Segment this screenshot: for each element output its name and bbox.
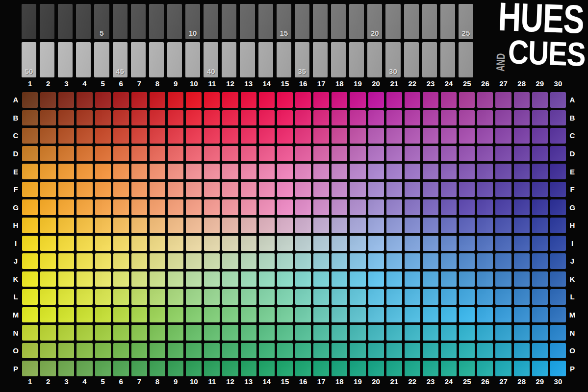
color-cell-K27[interactable] [495, 271, 511, 287]
color-cell-I18[interactable] [332, 236, 347, 251]
score-track-top-cell-23[interactable] [422, 4, 437, 39]
color-cell-H11[interactable] [204, 218, 220, 233]
color-cell-N23[interactable] [423, 325, 438, 341]
color-cell-H30[interactable] [550, 218, 566, 233]
color-cell-J17[interactable] [313, 253, 329, 269]
color-cell-M8[interactable] [150, 307, 165, 323]
color-cell-E11[interactable] [204, 164, 220, 179]
color-cell-N12[interactable] [222, 325, 238, 341]
color-cell-M4[interactable] [77, 307, 92, 323]
color-cell-D25[interactable] [459, 146, 475, 162]
color-cell-B5[interactable] [95, 110, 111, 126]
color-cell-L18[interactable] [332, 289, 347, 305]
color-cell-D16[interactable] [295, 146, 311, 162]
color-cell-I15[interactable] [277, 236, 293, 251]
color-cell-A22[interactable] [405, 92, 420, 108]
color-cell-A6[interactable] [113, 92, 129, 108]
color-cell-M17[interactable] [313, 307, 329, 323]
color-cell-E18[interactable] [332, 164, 347, 179]
color-cell-D29[interactable] [532, 146, 548, 162]
color-cell-B4[interactable] [77, 110, 92, 126]
color-cell-P23[interactable] [423, 361, 438, 376]
color-cell-C23[interactable] [423, 128, 438, 144]
color-cell-L16[interactable] [295, 289, 311, 305]
color-cell-O7[interactable] [131, 343, 147, 359]
color-cell-B20[interactable] [368, 110, 384, 126]
color-cell-D4[interactable] [77, 146, 92, 162]
color-cell-B17[interactable] [313, 110, 329, 126]
color-cell-P26[interactable] [477, 361, 493, 376]
color-cell-I6[interactable] [113, 236, 129, 251]
color-cell-F15[interactable] [277, 182, 293, 197]
score-track-top-cell-10[interactable]: 10 [185, 4, 200, 39]
color-cell-O1[interactable] [22, 343, 38, 359]
color-cell-F11[interactable] [204, 182, 220, 197]
color-cell-I3[interactable] [58, 236, 74, 251]
color-cell-A8[interactable] [150, 92, 165, 108]
color-cell-K13[interactable] [241, 271, 256, 287]
score-track-bottom-cell-9[interactable] [167, 42, 182, 77]
color-cell-L21[interactable] [386, 289, 402, 305]
color-cell-P25[interactable] [459, 361, 475, 376]
color-cell-C4[interactable] [77, 128, 92, 144]
color-cell-I1[interactable] [22, 236, 38, 251]
color-cell-I16[interactable] [295, 236, 311, 251]
color-cell-F23[interactable] [423, 182, 438, 197]
color-cell-L1[interactable] [22, 289, 38, 305]
color-cell-E21[interactable] [386, 164, 402, 179]
color-cell-I9[interactable] [168, 236, 183, 251]
color-cell-K2[interactable] [40, 271, 56, 287]
color-cell-M27[interactable] [495, 307, 511, 323]
color-cell-F6[interactable] [113, 182, 129, 197]
color-cell-C10[interactable] [186, 128, 202, 144]
color-cell-L11[interactable] [204, 289, 220, 305]
color-cell-N6[interactable] [113, 325, 129, 341]
color-cell-D23[interactable] [423, 146, 438, 162]
color-cell-G11[interactable] [204, 199, 220, 215]
color-cell-C7[interactable] [131, 128, 147, 144]
color-cell-M30[interactable] [550, 307, 566, 323]
color-cell-M22[interactable] [405, 307, 420, 323]
color-cell-L23[interactable] [423, 289, 438, 305]
color-cell-L30[interactable] [550, 289, 566, 305]
color-cell-F16[interactable] [295, 182, 311, 197]
color-cell-K23[interactable] [423, 271, 438, 287]
color-cell-C27[interactable] [495, 128, 511, 144]
color-cell-G30[interactable] [550, 199, 566, 215]
score-track-top-cell-18[interactable] [331, 4, 346, 39]
color-cell-A30[interactable] [550, 92, 566, 108]
color-cell-J10[interactable] [186, 253, 202, 269]
color-cell-F4[interactable] [77, 182, 92, 197]
color-cell-K6[interactable] [113, 271, 129, 287]
color-cell-A15[interactable] [277, 92, 293, 108]
color-cell-J14[interactable] [259, 253, 275, 269]
color-cell-F26[interactable] [477, 182, 493, 197]
color-cell-A2[interactable] [40, 92, 56, 108]
color-cell-D21[interactable] [386, 146, 402, 162]
color-cell-E8[interactable] [150, 164, 165, 179]
color-cell-K4[interactable] [77, 271, 92, 287]
color-cell-A26[interactable] [477, 92, 493, 108]
color-cell-O17[interactable] [313, 343, 329, 359]
color-cell-M7[interactable] [131, 307, 147, 323]
color-cell-M1[interactable] [22, 307, 38, 323]
color-cell-K19[interactable] [350, 271, 365, 287]
color-cell-M9[interactable] [168, 307, 183, 323]
color-cell-K1[interactable] [22, 271, 38, 287]
color-cell-L25[interactable] [459, 289, 475, 305]
color-cell-A24[interactable] [441, 92, 457, 108]
color-cell-D22[interactable] [405, 146, 420, 162]
color-cell-B24[interactable] [441, 110, 457, 126]
color-cell-F1[interactable] [22, 182, 38, 197]
color-cell-C19[interactable] [350, 128, 365, 144]
score-track-top-cell-21[interactable] [385, 4, 400, 39]
color-cell-L13[interactable] [241, 289, 256, 305]
color-cell-H17[interactable] [313, 218, 329, 233]
color-cell-P4[interactable] [77, 361, 92, 376]
color-cell-C12[interactable] [222, 128, 238, 144]
color-cell-L27[interactable] [495, 289, 511, 305]
color-cell-O12[interactable] [222, 343, 238, 359]
color-cell-L12[interactable] [222, 289, 238, 305]
color-cell-G18[interactable] [332, 199, 347, 215]
score-track-top-cell-20[interactable]: 20 [367, 4, 382, 39]
